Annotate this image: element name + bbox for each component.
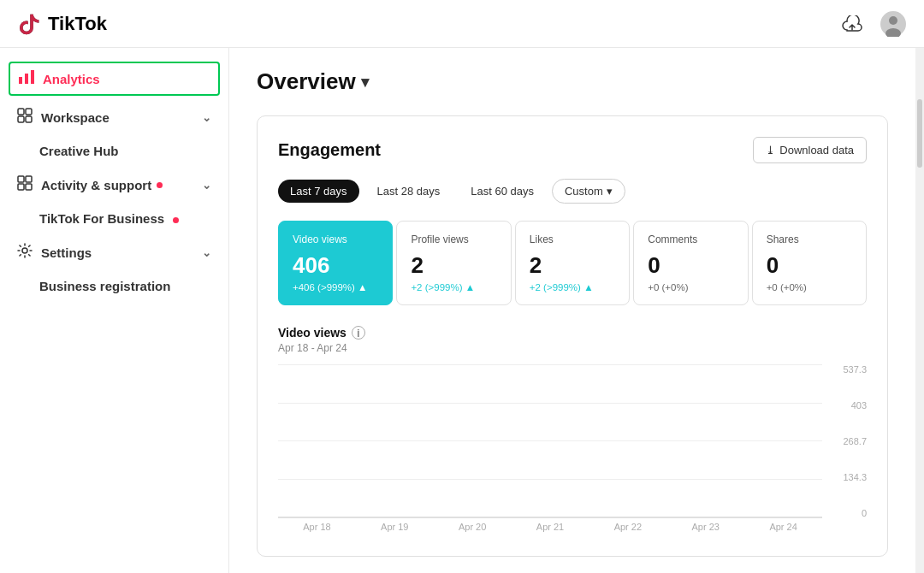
main-layout: Analytics Workspace ⌄ Creative Hub: [0, 48, 924, 573]
comments-change: +0 (+0%): [648, 282, 733, 292]
svg-rect-9: [26, 116, 32, 122]
chart-plot: [278, 364, 822, 518]
sidebar-item-tiktok-for-business[interactable]: TikTok For Business: [0, 203, 228, 234]
profile-views-label: Profile views: [411, 233, 496, 245]
workspace-label: Workspace: [41, 110, 110, 125]
svg-point-1: [889, 16, 897, 25]
svg-rect-12: [18, 184, 24, 190]
y-label-2: 268.7: [826, 436, 867, 446]
engagement-header: Engagement ⤓ Download data: [278, 137, 867, 163]
user-avatar[interactable]: [880, 10, 907, 38]
chart-subtitle: Apr 18 - Apr 24: [278, 342, 867, 354]
custom-chevron-icon: ▾: [607, 185, 613, 198]
shares-value: 0: [767, 252, 852, 279]
video-views-value: 406: [293, 252, 378, 279]
comments-value: 0: [648, 252, 733, 279]
svg-rect-3: [19, 77, 22, 84]
sidebar-item-creative-hub[interactable]: Creative Hub: [0, 135, 228, 167]
chart-y-labels: 537.3 403 268.7 134.3 0: [826, 364, 867, 518]
svg-rect-8: [18, 116, 24, 122]
chart-info-icon: i: [352, 326, 365, 340]
stat-card-video-views: Video views 406 +406 (>999%) ▲: [278, 221, 393, 305]
likes-label: Likes: [530, 233, 615, 245]
sidebar-item-settings[interactable]: Settings ⌄: [0, 234, 228, 270]
x-label-0: Apr 18: [278, 522, 356, 532]
main-content: Overview ▾ Engagement ⤓ Download data La…: [229, 48, 915, 573]
shares-label: Shares: [767, 233, 852, 245]
settings-label: Settings: [41, 245, 92, 260]
sidebar-item-workspace[interactable]: Workspace ⌄: [0, 99, 228, 135]
scrollbar-track[interactable]: [915, 48, 924, 573]
settings-chevron-icon: ⌄: [202, 246, 211, 259]
chart-x-labels: Apr 18 Apr 19 Apr 20 Apr 21 Apr 22 Apr 2…: [278, 518, 822, 535]
svg-rect-4: [25, 74, 28, 84]
y-label-0: 537.3: [826, 364, 867, 375]
activity-support-label: Activity & support: [41, 178, 151, 192]
stat-card-comments: Comments 0 +0 (+0%): [633, 221, 748, 305]
overview-title: Overview: [257, 68, 356, 95]
svg-rect-6: [18, 109, 24, 115]
custom-label: Custom: [565, 185, 603, 198]
business-registration-label: Business registration: [39, 279, 170, 293]
sidebar-item-business-registration[interactable]: Business registration: [0, 270, 228, 302]
svg-rect-11: [26, 176, 32, 182]
svg-point-14: [22, 248, 27, 253]
sidebar: Analytics Workspace ⌄ Creative Hub: [0, 48, 229, 573]
activity-icon: [17, 175, 33, 194]
y-label-3: 134.3: [826, 472, 867, 482]
workspace-icon: [17, 108, 33, 127]
creative-hub-label: Creative Hub: [39, 144, 119, 158]
x-label-3: Apr 21: [512, 522, 589, 532]
analytics-label: Analytics: [43, 72, 100, 86]
svg-rect-5: [31, 70, 34, 84]
last-7-days-button[interactable]: Last 7 days: [278, 180, 359, 203]
scrollbar-thumb[interactable]: [917, 99, 922, 168]
stats-row: Video views 406 +406 (>999%) ▲ Profile v…: [278, 221, 867, 305]
stat-card-profile-views: Profile views 2 +2 (>999%) ▲: [396, 221, 511, 305]
upload-cloud-icon[interactable]: [838, 10, 866, 38]
likes-change: +2 (>999%) ▲: [530, 282, 615, 292]
stat-card-shares: Shares 0 +0 (+0%): [752, 221, 867, 305]
svg-rect-10: [18, 176, 24, 182]
download-icon: ⤓: [766, 144, 775, 157]
video-views-label: Video views: [293, 233, 378, 245]
analytics-icon: [19, 70, 34, 87]
logo-area: TikTok: [17, 12, 107, 36]
svg-rect-7: [26, 109, 32, 115]
svg-rect-13: [26, 184, 32, 190]
download-btn-label: Download data: [779, 144, 854, 157]
tiktok-for-business-dot: [173, 217, 179, 223]
activity-support-chevron-icon: ⌄: [202, 179, 211, 192]
logo-text: TikTok: [48, 13, 107, 35]
y-label-1: 403: [826, 400, 867, 411]
profile-views-change: +2 (>999%) ▲: [411, 282, 496, 292]
last-60-days-button[interactable]: Last 60 days: [458, 179, 547, 204]
sidebar-item-analytics[interactable]: Analytics: [9, 62, 220, 96]
tiktok-logo-icon: [17, 12, 41, 36]
tiktok-for-business-label: TikTok For Business: [39, 211, 164, 226]
last-28-days-button[interactable]: Last 28 days: [364, 179, 453, 204]
shares-change: +0 (+0%): [767, 282, 852, 292]
likes-value: 2: [530, 252, 615, 279]
video-views-change: +406 (>999%) ▲: [293, 282, 378, 292]
workspace-chevron-icon: ⌄: [202, 111, 211, 124]
x-label-4: Apr 22: [589, 522, 666, 532]
x-label-1: Apr 19: [356, 522, 434, 532]
settings-gear-icon: [17, 243, 33, 262]
engagement-card: Engagement ⤓ Download data Last 7 days L…: [257, 115, 888, 557]
overview-dropdown-icon[interactable]: ▾: [361, 73, 369, 92]
x-label-5: Apr 23: [666, 522, 744, 532]
chart-bars: [278, 364, 822, 517]
chart-section: Video views i Apr 18 - Apr 24: [278, 326, 867, 535]
download-data-button[interactable]: ⤓ Download data: [753, 137, 867, 163]
date-filters: Last 7 days Last 28 days Last 60 days Cu…: [278, 179, 867, 204]
x-label-2: Apr 20: [434, 522, 512, 532]
comments-label: Comments: [648, 233, 733, 245]
chart-container: 537.3 403 268.7 134.3 0 Apr 18 Apr 19 Ap…: [278, 364, 867, 535]
custom-date-button[interactable]: Custom ▾: [552, 179, 625, 204]
header-right: [838, 10, 907, 38]
x-label-6: Apr 24: [744, 522, 822, 532]
sidebar-item-activity-support[interactable]: Activity & support ⌄: [0, 167, 228, 203]
chart-title: Video views i: [278, 326, 867, 340]
activity-support-dot: [157, 182, 163, 188]
